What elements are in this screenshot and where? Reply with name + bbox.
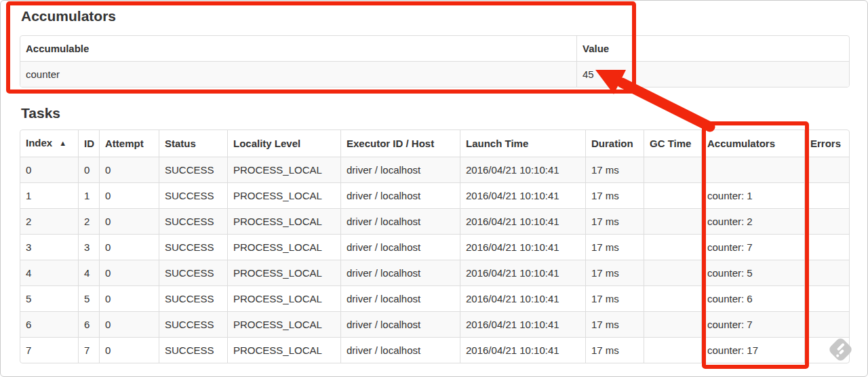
cell-gc-time: [644, 235, 702, 260]
column-header-id[interactable]: ID: [79, 130, 100, 157]
column-header-label: Status: [165, 138, 196, 149]
cell-launch-time: 2016/04/21 10:10:41: [460, 157, 586, 183]
column-header-value[interactable]: Value: [577, 36, 849, 62]
cell-locality-level: PROCESS_LOCAL: [228, 183, 341, 209]
cell-status: SUCCESS: [159, 260, 228, 286]
cell-id: 2: [79, 209, 100, 235]
cell-errors: [805, 209, 849, 235]
table-row: 110SUCCESSPROCESS_LOCALdriver / localhos…: [20, 183, 849, 209]
column-header-label: Duration: [591, 138, 633, 149]
cell-attempt: 0: [100, 286, 159, 312]
cell-index: 4: [20, 260, 79, 286]
cell-accumulators: counter: 6: [702, 286, 805, 312]
cell-status: SUCCESS: [159, 338, 228, 363]
column-header-label: Index: [26, 137, 52, 148]
tasks-table: Index▲IDAttemptStatusLocality LevelExecu…: [20, 130, 850, 363]
column-header-executor-id-host[interactable]: Executor ID / Host: [341, 130, 460, 157]
cell-duration: 17 ms: [586, 235, 644, 260]
cell-errors: [805, 183, 849, 209]
cell-accumulators: [702, 157, 805, 183]
feedly-mini-icon[interactable]: [829, 338, 853, 362]
cell-errors: [805, 260, 849, 286]
cell-status: SUCCESS: [159, 312, 228, 338]
column-header-label: Errors: [810, 138, 841, 149]
cell-status: SUCCESS: [159, 209, 228, 235]
cell-index: 1: [20, 183, 79, 209]
cell-duration: 17 ms: [586, 157, 644, 183]
cell-executor-id-host: driver / localhost: [341, 312, 460, 338]
cell-index: 7: [20, 338, 79, 363]
cell-accumulators: counter: 1: [702, 183, 805, 209]
cell-accumulable: counter: [20, 62, 577, 87]
cell-index: 3: [20, 235, 79, 260]
cell-attempt: 0: [100, 260, 159, 286]
cell-id: 1: [79, 183, 100, 209]
cell-id: 6: [79, 312, 100, 338]
cell-index: 0: [20, 157, 79, 183]
column-header-index[interactable]: Index▲: [20, 130, 79, 157]
cell-executor-id-host: driver / localhost: [341, 235, 460, 260]
cell-gc-time: [644, 338, 702, 363]
table-row: 440SUCCESSPROCESS_LOCALdriver / localhos…: [20, 260, 849, 286]
cell-id: 7: [79, 338, 100, 363]
cell-locality-level: PROCESS_LOCAL: [228, 157, 341, 183]
tasks-header-row: Index▲IDAttemptStatusLocality LevelExecu…: [20, 130, 849, 157]
cell-index: 6: [20, 312, 79, 338]
column-header-label: Accumulable: [26, 43, 89, 54]
cell-duration: 17 ms: [586, 286, 644, 312]
column-header-gc-time[interactable]: GC Time: [644, 130, 702, 157]
table-row: 660SUCCESSPROCESS_LOCALdriver / localhos…: [20, 312, 849, 338]
cell-id: 5: [79, 286, 100, 312]
cell-attempt: 0: [100, 338, 159, 363]
column-header-launch-time[interactable]: Launch Time: [460, 130, 586, 157]
cell-index: 2: [20, 209, 79, 235]
cell-gc-time: [644, 260, 702, 286]
table-row: 330SUCCESSPROCESS_LOCALdriver / localhos…: [20, 235, 849, 260]
cell-accumulators: counter: 7: [702, 235, 805, 260]
accumulators-header-row: AccumulableValue: [20, 36, 849, 62]
column-header-status[interactable]: Status: [159, 130, 228, 157]
cell-errors: [805, 235, 849, 260]
cell-index: 5: [20, 286, 79, 312]
column-header-attempt[interactable]: Attempt: [100, 130, 159, 157]
cell-attempt: 0: [100, 209, 159, 235]
cell-gc-time: [644, 209, 702, 235]
cell-duration: 17 ms: [586, 183, 644, 209]
table-row: 550SUCCESSPROCESS_LOCALdriver / localhos…: [20, 286, 849, 312]
column-header-label: Accumulators: [707, 138, 775, 149]
cell-duration: 17 ms: [586, 338, 644, 363]
column-header-label: Launch Time: [466, 138, 528, 149]
cell-gc-time: [644, 157, 702, 183]
column-header-duration[interactable]: Duration: [586, 130, 644, 157]
cell-status: SUCCESS: [159, 183, 228, 209]
cell-executor-id-host: driver / localhost: [341, 209, 460, 235]
column-header-locality-level[interactable]: Locality Level: [228, 130, 341, 157]
cell-gc-time: [644, 286, 702, 312]
tasks-section-heading: Tasks: [21, 106, 848, 121]
column-header-label: GC Time: [650, 138, 691, 149]
table-row: 220SUCCESSPROCESS_LOCALdriver / localhos…: [20, 209, 849, 235]
cell-locality-level: PROCESS_LOCAL: [228, 286, 341, 312]
cell-accumulators: counter: 5: [702, 260, 805, 286]
cell-executor-id-host: driver / localhost: [341, 157, 460, 183]
column-header-label: Attempt: [105, 138, 144, 149]
cell-status: SUCCESS: [159, 157, 228, 183]
page-content: Accumulators AccumulableValue counter45 …: [1, 1, 867, 363]
cell-attempt: 0: [100, 312, 159, 338]
cell-duration: 17 ms: [586, 209, 644, 235]
column-header-accumulators[interactable]: Accumulators: [702, 130, 805, 157]
feedly-logo-shape: [827, 336, 853, 362]
column-header-accumulable[interactable]: Accumulable: [20, 36, 577, 62]
cell-attempt: 0: [100, 183, 159, 209]
cell-launch-time: 2016/04/21 10:10:41: [460, 235, 586, 260]
cell-executor-id-host: driver / localhost: [341, 286, 460, 312]
table-row: 770SUCCESSPROCESS_LOCALdriver / localhos…: [20, 338, 849, 363]
cell-errors: [805, 157, 849, 183]
cell-launch-time: 2016/04/21 10:10:41: [460, 312, 586, 338]
cell-locality-level: PROCESS_LOCAL: [228, 260, 341, 286]
column-header-label: Locality Level: [233, 138, 300, 149]
column-header-errors[interactable]: Errors: [805, 130, 849, 157]
cell-id: 3: [79, 235, 100, 260]
feedly-glyph-dot: [835, 354, 840, 358]
cell-locality-level: PROCESS_LOCAL: [228, 338, 341, 363]
